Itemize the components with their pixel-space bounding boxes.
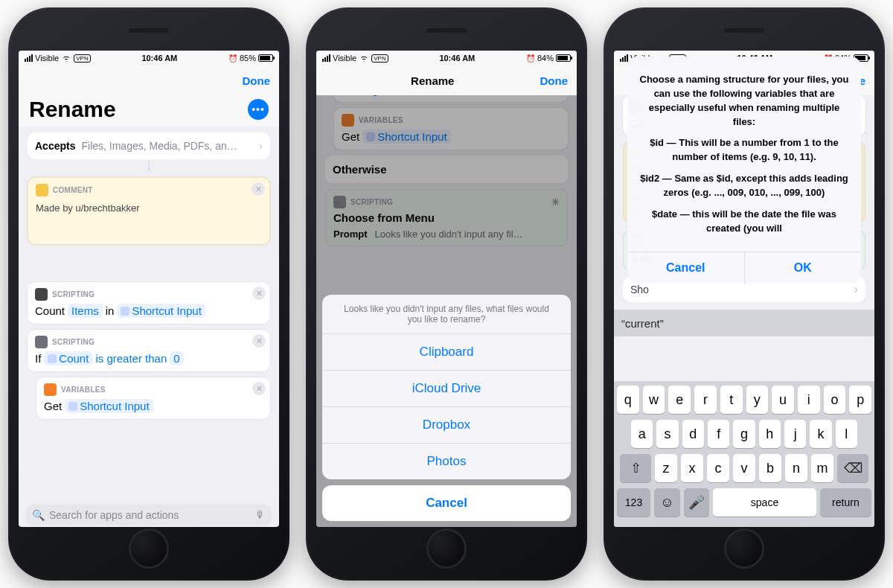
delete-action-button[interactable]: ✕ [252,334,266,348]
shortcut-input-variable[interactable]: Shortcut Input [117,304,205,318]
done-button[interactable]: Done [540,74,568,87]
key-o[interactable]: o [824,386,846,414]
get-variable-card[interactable]: VARIABLES ✕ Get Shortcut Input [36,377,270,419]
key-w[interactable]: w [643,386,665,414]
home-button[interactable] [724,528,764,569]
key-n[interactable]: n [785,454,807,482]
status-time: 10:46 AM [141,54,177,63]
key-l[interactable]: l [836,420,857,448]
key-dictation[interactable]: 🎤 [684,488,710,517]
in-word: in [106,304,115,317]
key-space[interactable]: space [713,488,816,517]
delete-action-button[interactable]: ✕ [252,287,266,300]
status-time: 10:46 AM [439,54,475,63]
key-f[interactable]: f [708,420,729,448]
comment-header-label: COMMENT [53,186,93,194]
iphone-frame-2: Visible VPN 10:46 AM 84% Rename Done is … [306,7,587,581]
key-emoji[interactable]: ☺ [654,488,680,517]
key-u[interactable]: u [772,386,794,414]
sheet-cancel-button[interactable]: Cancel [322,485,571,521]
page-title: Rename [411,74,454,87]
delete-action-button[interactable]: ✕ [252,382,266,395]
key-g[interactable]: g [733,420,755,448]
key-q[interactable]: q [617,386,639,414]
key-x[interactable]: x [681,454,703,482]
alarm-icon [526,54,535,63]
battery-percent: 84% [537,54,554,63]
key-t[interactable]: t [720,386,743,414]
keyboard: q w e r t y u i o p a s d f g h j k [614,381,874,527]
scripting-icon [35,336,48,348]
if-operator[interactable]: is greater than [95,352,167,365]
scripting-header-label: SCRIPTING [52,290,95,298]
key-r[interactable]: r [694,386,717,414]
cell-signal-icon [620,54,628,62]
navbar: Done [19,65,279,95]
key-p[interactable]: p [849,386,871,414]
accepts-row[interactable]: Accepts Files, Images, Media, PDFs, an… … [28,132,270,159]
more-button[interactable]: ••• [248,99,269,120]
key-return[interactable]: return [820,488,871,517]
key-j[interactable]: j [784,420,806,448]
comment-body: Made by u/brechtbakker [36,202,262,238]
sheet-option-clipboard[interactable]: Clipboard [322,333,571,370]
if-action-card[interactable]: SCRIPTING ✕ If Count is greater than 0 [28,330,270,371]
key-c[interactable]: c [707,454,729,482]
alert-line-id2: $id2 — Same as $id, except this adds lea… [638,172,851,200]
key-d[interactable]: d [682,420,704,448]
suggestion-word[interactable]: “current” [621,317,664,330]
alert-cancel-button[interactable]: Cancel [627,252,745,284]
screen-2: Visible VPN 10:46 AM 84% Rename Done is … [316,51,577,527]
sheet-option-dropbox[interactable]: Dropbox [322,406,571,443]
accepts-value: Files, Images, Media, PDFs, an… [81,140,253,152]
alert-ok-button[interactable]: OK [745,252,862,284]
dictation-icon[interactable]: 🎙 [255,509,266,521]
shortcut-input-variable[interactable]: Shortcut Input [65,399,153,413]
key-h[interactable]: h [759,420,781,448]
get-line: Get Shortcut Input [44,399,263,413]
key-m[interactable]: m [811,454,833,482]
chevron-right-icon: › [854,283,858,296]
count-line: Count Items in Shortcut Input [35,304,263,318]
status-bar: Visible VPN 10:46 AM 85% [19,51,279,65]
key-v[interactable]: v [733,454,755,482]
count-variable[interactable]: Count [44,351,92,365]
keyboard-suggestion-bar[interactable]: “current” [614,310,874,336]
key-backspace[interactable]: ⌫ [837,454,868,482]
alarm-icon [228,54,237,63]
sheet-option-photos[interactable]: Photos [322,443,571,479]
key-i[interactable]: i [798,386,820,414]
connector-line [148,161,150,171]
comment-action-card[interactable]: COMMENT ✕ Made by u/brechtbakker [28,177,270,245]
sheet-option-icloud-drive[interactable]: iCloud Drive [322,370,571,406]
home-button[interactable] [426,528,467,569]
vpn-badge: VPN [74,54,90,63]
key-y[interactable]: y [746,386,769,414]
wifi-icon [359,54,369,62]
variables-icon [44,383,57,396]
delete-action-button[interactable]: ✕ [252,182,265,196]
alert-title: Choose a naming structure for your files… [638,73,851,129]
if-value[interactable]: 0 [170,351,183,365]
sheet-message: Looks like you didn't input any files, w… [322,295,571,333]
action-search-input[interactable]: 🔍 Search for apps and actions 🎙 [26,505,272,525]
large-title-row: Rename ••• [19,95,279,127]
items-token[interactable]: Items [68,304,103,318]
key-a[interactable]: a [631,420,653,448]
key-s[interactable]: s [656,420,678,448]
done-button[interactable]: Done [243,74,271,87]
battery-icon [258,54,273,62]
key-z[interactable]: z [655,454,677,482]
cell-signal-icon [25,54,33,62]
count-action-card[interactable]: SCRIPTING ✕ Count Items in Shortcut Inpu… [28,282,270,324]
home-button[interactable] [129,528,169,569]
carrier-label: Visible [35,54,59,63]
iphone-frame-3: Visible VPN 10:46 AM 84% Done S Ge [604,7,885,581]
key-numbers[interactable]: 123 [617,488,650,517]
key-k[interactable]: k [810,420,831,448]
if-line: If Count is greater than 0 [35,351,263,365]
iphone-frame-1: Visible VPN 10:46 AM 85% Done Rename •••… [8,7,289,581]
key-e[interactable]: e [668,386,691,414]
key-shift[interactable]: ⇧ [620,454,651,482]
key-b[interactable]: b [759,454,781,482]
